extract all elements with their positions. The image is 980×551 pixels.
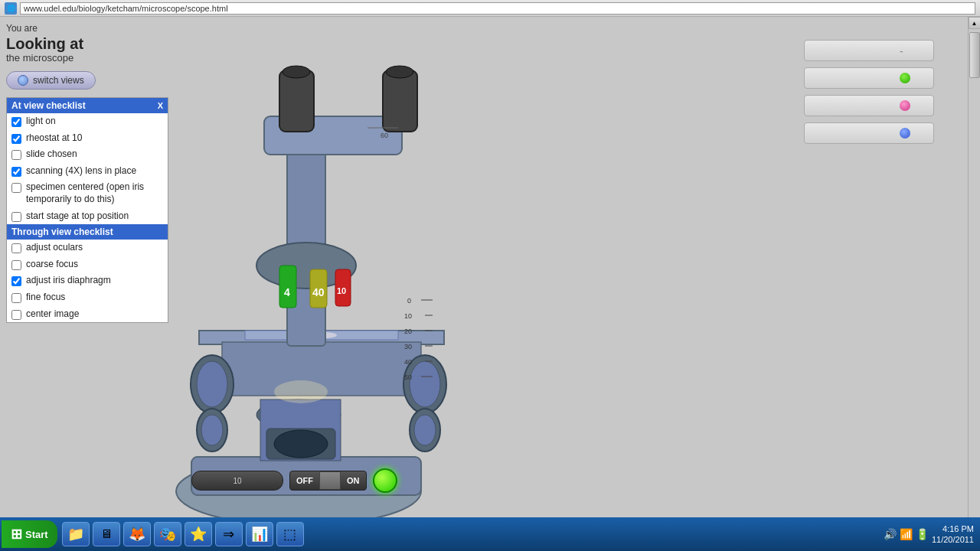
looking-at-label: Looking at: [6, 35, 168, 52]
media-icon: 🖥: [100, 527, 113, 541]
checkbox-center[interactable]: [11, 310, 21, 320]
label-scanning: scanning (4X) lens in place: [26, 165, 136, 178]
svg-point-30: [414, 415, 436, 445]
browser-bar: 🌐 www.udel.edu/biology/ketcham/microscop…: [0, 0, 980, 17]
label-rheostat: rheostat at 10: [26, 132, 82, 145]
checklist-item-oculars: adjust oculars: [7, 240, 168, 256]
checklist-item-center: center image: [7, 306, 168, 323]
taskbar: ⊞ Start 📁 🖥 🦊 🎭 ⭐ ⇒ 📊 ⬚ 🔊 📶 🔋 4:1: [0, 517, 980, 551]
taskbar-app-media[interactable]: 🖥: [93, 522, 120, 546]
svg-text:10: 10: [404, 312, 412, 320]
checklist-item-fine: fine focus: [7, 289, 168, 306]
lens-button-3[interactable]: [804, 95, 934, 116]
label-oculars: adjust oculars: [26, 242, 83, 254]
label-start-stage: start stage at top position: [26, 210, 129, 223]
lens-button-1[interactable]: -: [804, 40, 934, 61]
taskbar-app-app2[interactable]: 🎭: [154, 522, 181, 546]
folder-icon: 📁: [67, 526, 84, 543]
at-view-checklist-title: At view checklist: [11, 100, 86, 111]
clock-time: 4:16 PM: [932, 523, 974, 534]
screenshot-icon: ⬚: [283, 526, 296, 543]
scrollbar-thumb[interactable]: [969, 32, 980, 78]
toggle-off-label: OFF: [290, 473, 319, 488]
checkbox-fine[interactable]: [11, 293, 21, 303]
label-center: center image: [26, 308, 79, 321]
taskbar-items: 📁 🖥 🦊 🎭 ⭐ ⇒ 📊 ⬚: [62, 522, 884, 546]
checkbox-start-stage[interactable]: [11, 212, 21, 222]
checklist-item-iris: adjust iris diaphragm: [7, 272, 168, 289]
label-slide: slide chosen: [26, 148, 77, 161]
checkbox-rheostat[interactable]: [11, 134, 21, 144]
taskbar-app-folder[interactable]: 📁: [62, 522, 90, 546]
checkbox-slide[interactable]: [11, 150, 21, 160]
indicator-dash: -: [900, 45, 910, 56]
svg-text:40: 40: [404, 358, 412, 366]
light-switch-bar: 10 OFF ON: [191, 469, 413, 492]
svg-point-44: [274, 430, 328, 458]
clock-date: 11/20/2011: [932, 534, 974, 545]
app2-icon: 🎭: [159, 526, 176, 543]
svg-rect-8: [287, 132, 325, 346]
scrollbar-up-arrow[interactable]: ▲: [969, 17, 981, 29]
microscope-svg: 60 4 40 10: [145, 40, 482, 534]
checkbox-light-on[interactable]: [11, 117, 21, 127]
checklist-item-coarse: coarse focus: [7, 256, 168, 273]
at-view-checklist-header: At view checklist X: [7, 98, 168, 113]
indicator-blue: [900, 128, 910, 139]
checklist-item-slide: slide chosen: [7, 146, 168, 163]
at-view-checklist: At view checklist X light on rheostat at…: [6, 97, 168, 323]
the-microscope-label: the microscope: [6, 52, 168, 64]
switch-views-dot: [18, 75, 28, 86]
indicator-green: [900, 73, 910, 83]
browser-favicon: 🌐: [5, 2, 17, 15]
svg-rect-12: [383, 70, 417, 132]
checkbox-oculars[interactable]: [11, 243, 21, 253]
indicator-pink: [900, 100, 910, 111]
rheostat-control[interactable]: 10: [191, 471, 283, 491]
svg-text:30: 30: [404, 343, 412, 350]
rheostat-value: 10: [233, 477, 241, 485]
svg-point-11: [283, 66, 310, 78]
switch-views-label: switch views: [33, 75, 84, 86]
start-button[interactable]: ⊞ Start: [2, 520, 57, 548]
switch-views-button[interactable]: switch views: [6, 71, 96, 90]
label-fine: fine focus: [26, 292, 65, 304]
toggle-slider[interactable]: [319, 471, 341, 490]
toggle-on-label: ON: [341, 473, 366, 488]
svg-rect-10: [279, 70, 314, 132]
checkbox-specimen[interactable]: [11, 183, 21, 193]
lens-button-2[interactable]: [804, 67, 934, 89]
svg-point-28: [410, 361, 440, 407]
svg-text:0: 0: [407, 297, 411, 305]
light-toggle-switch[interactable]: OFF ON: [289, 471, 367, 491]
taskbar-app-arrows[interactable]: ⇒: [215, 522, 243, 546]
arrows-icon: ⇒: [223, 526, 234, 543]
checklist-item-rheostat: rheostat at 10: [7, 130, 168, 147]
checkbox-coarse[interactable]: [11, 260, 21, 270]
svg-point-26: [201, 415, 223, 445]
svg-text:60: 60: [381, 132, 388, 139]
taskbar-app-screenshot[interactable]: ⬚: [276, 522, 304, 546]
taskbar-app-ppt[interactable]: 📊: [246, 522, 273, 546]
checklist-item-scanning: scanning (4X) lens in place: [7, 163, 168, 180]
through-view-checklist-header: Through view checklist: [7, 224, 168, 240]
checkbox-iris[interactable]: [11, 276, 21, 286]
svg-point-45: [274, 380, 328, 403]
label-coarse: coarse focus: [26, 259, 78, 271]
you-are-label: You are: [6, 23, 168, 34]
svg-point-13: [386, 66, 413, 78]
time-display: 4:16 PM 11/20/2011: [932, 523, 974, 546]
through-view-checklist-title: Through view checklist: [11, 227, 113, 237]
start-label: Start: [25, 529, 48, 540]
power-indicator-light: [373, 468, 397, 493]
address-bar[interactable]: www.udel.edu/biology/ketcham/microscope/…: [20, 2, 975, 15]
lens-button-4[interactable]: [804, 122, 934, 144]
taskbar-app-firefox[interactable]: 🦊: [123, 522, 151, 546]
firefox-icon: 🦊: [129, 526, 145, 543]
scrollbar[interactable]: ▲ ▼: [968, 17, 980, 534]
label-specimen: specimen centered (open iris temporarily…: [26, 181, 163, 205]
taskbar-app-star[interactable]: ⭐: [185, 522, 212, 546]
svg-text:40: 40: [312, 286, 325, 298]
svg-text:10: 10: [337, 286, 346, 295]
checkbox-scanning[interactable]: [11, 167, 21, 177]
